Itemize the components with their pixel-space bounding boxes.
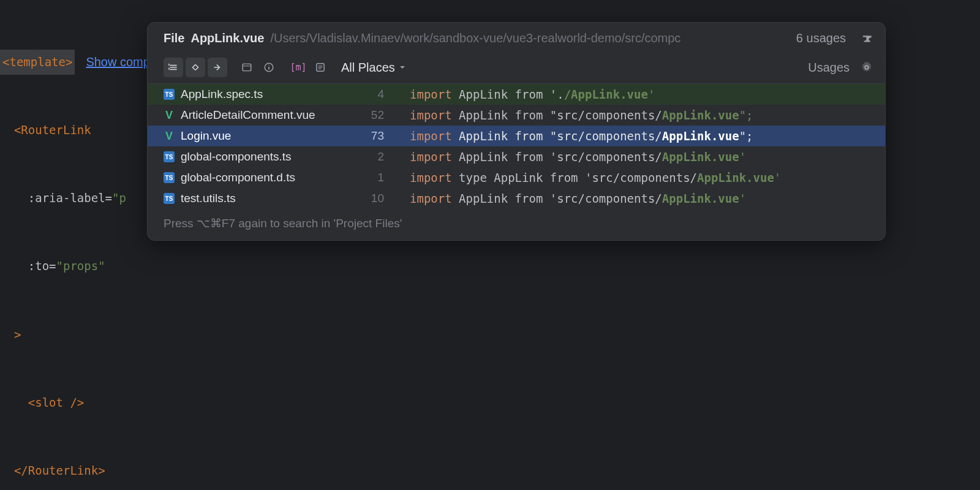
info-button[interactable] [259, 58, 279, 77]
svg-rect-0 [243, 64, 251, 70]
chevron-down-icon [399, 64, 406, 71]
result-row[interactable]: VArticleDetailComment.vue52import AppLin… [148, 105, 885, 126]
result-file-name: global-components.ts [181, 150, 358, 164]
popup-header: File AppLink.vue /Users/Vladislav.Minaev… [148, 23, 885, 54]
result-row[interactable]: TSglobal-component.d.ts1import type AppL… [148, 167, 885, 188]
popup-toolbar: [m] All Places Usages [148, 54, 885, 84]
code-text: > [0, 328, 21, 341]
result-file-name: AppLink.spec.ts [181, 88, 358, 101]
jump-source-button[interactable] [208, 58, 227, 77]
result-snippet: import AppLink from "src/components/AppL… [410, 129, 753, 143]
popup-file-label: File [164, 31, 184, 45]
result-file-name: ArticleDetailComment.vue [181, 108, 358, 122]
result-file-name: test.utils.ts [181, 192, 358, 205]
scope-select[interactable]: All Places [341, 61, 406, 75]
result-row[interactable]: VLogin.vue73import AppLink from "src/com… [148, 126, 885, 146]
typescript-file-icon: TS [164, 151, 175, 162]
result-line-number: 4 [358, 88, 384, 101]
expand-all-button[interactable] [164, 58, 183, 77]
typescript-file-icon: TS [164, 172, 175, 183]
code-text: :to= [0, 259, 56, 273]
result-snippet: import AppLink from "src/components/AppL… [410, 108, 753, 122]
code-text: <slot /> [0, 396, 84, 409]
vue-file-icon: V [164, 110, 175, 121]
popup-file-name: AppLink.vue [190, 31, 264, 45]
markdown-view-button[interactable]: [m] [288, 58, 308, 77]
gear-icon[interactable] [861, 61, 873, 74]
code-text: "p [112, 191, 126, 205]
typescript-file-icon: TS [164, 89, 175, 100]
group-by-button[interactable] [237, 58, 257, 77]
result-row[interactable]: TSglobal-components.ts2import AppLink fr… [148, 146, 885, 167]
preview-button[interactable] [311, 58, 330, 77]
result-line-number: 1 [358, 171, 384, 184]
template-open-tag: <template> [0, 50, 75, 75]
pin-icon[interactable] [862, 33, 873, 44]
usages-label: Usages [808, 61, 850, 75]
vue-file-icon: V [164, 130, 175, 141]
result-line-number: 52 [358, 108, 384, 122]
result-line-number: 2 [358, 150, 384, 164]
result-row[interactable]: TStest.utils.ts10import AppLink from 'sr… [148, 188, 885, 209]
result-file-name: Login.vue [181, 129, 358, 143]
code-text: </RouterLink> [0, 464, 105, 477]
typescript-file-icon: TS [164, 193, 175, 204]
scope-label: All Places [341, 61, 395, 75]
result-snippet: import AppLink from 'src/components/AppL… [410, 192, 746, 205]
result-line-number: 73 [358, 129, 384, 143]
result-file-name: global-component.d.ts [181, 171, 358, 184]
popup-footer-hint: Press ⌥⌘F7 again to search in 'Project F… [148, 209, 885, 240]
code-text: :aria-label= [0, 191, 112, 205]
usages-popup: File AppLink.vue /Users/Vladislav.Minaev… [147, 22, 886, 241]
results-list: TSAppLink.spec.ts4import AppLink from '.… [148, 84, 885, 209]
result-line-number: 10 [358, 192, 384, 205]
popup-file-path: /Users/Vladislav.Minaev/work/sandbox-vue… [270, 31, 780, 45]
popup-usage-count: 6 usages [796, 31, 846, 45]
result-snippet: import AppLink from './AppLink.vue' [410, 88, 655, 101]
code-text: <RouterLink [0, 123, 91, 137]
result-row[interactable]: TSAppLink.spec.ts4import AppLink from '.… [148, 84, 885, 105]
code-text: "props" [56, 259, 105, 273]
result-snippet: import AppLink from 'src/components/AppL… [410, 150, 746, 164]
navigate-button[interactable] [186, 58, 205, 77]
result-snippet: import type AppLink from 'src/components… [410, 171, 781, 184]
